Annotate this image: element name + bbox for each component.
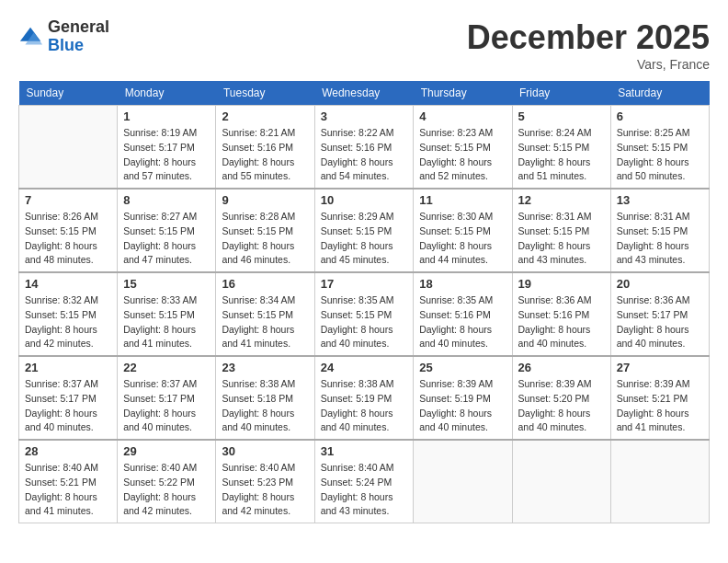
calendar-cell: 20Sunrise: 8:36 AM Sunset: 5:17 PM Dayli… (610, 272, 709, 356)
day-info: Sunrise: 8:25 AM Sunset: 5:15 PM Dayligh… (617, 126, 703, 184)
day-number: 10 (321, 193, 408, 207)
day-number: 17 (321, 277, 408, 291)
calendar-cell: 23Sunrise: 8:38 AM Sunset: 5:18 PM Dayli… (216, 356, 314, 440)
day-info: Sunrise: 8:22 AM Sunset: 5:16 PM Dayligh… (321, 126, 408, 184)
day-number: 1 (123, 109, 210, 123)
day-number: 11 (419, 193, 506, 207)
day-info: Sunrise: 8:37 AM Sunset: 5:17 PM Dayligh… (123, 377, 210, 435)
day-number: 18 (419, 277, 506, 291)
header-saturday: Saturday (610, 81, 709, 106)
day-info: Sunrise: 8:28 AM Sunset: 5:15 PM Dayligh… (222, 210, 308, 268)
calendar-cell: 27Sunrise: 8:39 AM Sunset: 5:21 PM Dayli… (610, 356, 709, 440)
day-number: 8 (123, 193, 210, 207)
calendar-cell (19, 106, 118, 190)
calendar-cell: 15Sunrise: 8:33 AM Sunset: 5:15 PM Dayli… (118, 272, 216, 356)
calendar-cell: 2Sunrise: 8:21 AM Sunset: 5:16 PM Daylig… (216, 106, 314, 190)
calendar-cell: 16Sunrise: 8:34 AM Sunset: 5:15 PM Dayli… (216, 272, 314, 356)
header-sunday: Sunday (19, 81, 118, 106)
day-number: 27 (617, 361, 703, 374)
day-info: Sunrise: 8:32 AM Sunset: 5:15 PM Dayligh… (25, 293, 111, 351)
day-info: Sunrise: 8:40 AM Sunset: 5:21 PM Dayligh… (25, 461, 111, 519)
day-number: 20 (617, 277, 703, 291)
logo-icon (18, 24, 44, 50)
day-info: Sunrise: 8:23 AM Sunset: 5:15 PM Dayligh… (419, 126, 506, 184)
day-number: 15 (123, 277, 210, 291)
day-info: Sunrise: 8:26 AM Sunset: 5:15 PM Dayligh… (25, 210, 111, 268)
day-number: 7 (25, 193, 111, 207)
day-number: 24 (321, 361, 408, 374)
day-number: 6 (617, 109, 703, 123)
header-tuesday: Tuesday (216, 81, 314, 106)
header-monday: Monday (118, 81, 216, 106)
day-number: 23 (222, 361, 308, 374)
calendar-cell: 22Sunrise: 8:37 AM Sunset: 5:17 PM Dayli… (118, 356, 216, 440)
day-number: 29 (123, 444, 210, 458)
day-number: 28 (25, 444, 111, 458)
header-wednesday: Wednesday (314, 81, 414, 106)
day-number: 26 (518, 361, 605, 374)
calendar-cell: 28Sunrise: 8:40 AM Sunset: 5:21 PM Dayli… (19, 440, 118, 523)
calendar-cell: 25Sunrise: 8:39 AM Sunset: 5:19 PM Dayli… (414, 356, 512, 440)
day-info: Sunrise: 8:36 AM Sunset: 5:17 PM Dayligh… (617, 293, 703, 351)
day-number: 14 (25, 277, 111, 291)
day-info: Sunrise: 8:29 AM Sunset: 5:15 PM Dayligh… (321, 210, 408, 268)
calendar-cell: 9Sunrise: 8:28 AM Sunset: 5:15 PM Daylig… (216, 189, 314, 272)
day-info: Sunrise: 8:30 AM Sunset: 5:15 PM Dayligh… (419, 210, 506, 268)
calendar-cell: 19Sunrise: 8:36 AM Sunset: 5:16 PM Dayli… (512, 272, 610, 356)
calendar-cell: 5Sunrise: 8:24 AM Sunset: 5:15 PM Daylig… (512, 106, 610, 190)
day-info: Sunrise: 8:38 AM Sunset: 5:19 PM Dayligh… (321, 377, 408, 435)
day-info: Sunrise: 8:40 AM Sunset: 5:22 PM Dayligh… (123, 461, 210, 519)
day-number: 30 (222, 444, 308, 458)
calendar-cell: 13Sunrise: 8:31 AM Sunset: 5:15 PM Dayli… (610, 189, 709, 272)
day-info: Sunrise: 8:39 AM Sunset: 5:20 PM Dayligh… (518, 377, 605, 435)
day-info: Sunrise: 8:39 AM Sunset: 5:21 PM Dayligh… (617, 377, 703, 435)
calendar-cell: 18Sunrise: 8:35 AM Sunset: 5:16 PM Dayli… (414, 272, 512, 356)
logo-blue-text: Blue (48, 36, 84, 54)
calendar-cell: 29Sunrise: 8:40 AM Sunset: 5:22 PM Dayli… (118, 440, 216, 523)
calendar-cell: 6Sunrise: 8:25 AM Sunset: 5:15 PM Daylig… (610, 106, 709, 190)
day-info: Sunrise: 8:34 AM Sunset: 5:15 PM Dayligh… (222, 293, 308, 351)
day-number: 19 (518, 277, 605, 291)
page-header: General Blue December 2025 Vars, France (18, 18, 710, 72)
day-number: 9 (222, 193, 308, 207)
day-info: Sunrise: 8:39 AM Sunset: 5:19 PM Dayligh… (419, 377, 506, 435)
calendar-week-row: 14Sunrise: 8:32 AM Sunset: 5:15 PM Dayli… (19, 272, 710, 356)
day-number: 2 (222, 109, 308, 123)
location: Vars, France (467, 57, 710, 72)
header-friday: Friday (512, 81, 610, 106)
day-number: 12 (518, 193, 605, 207)
day-info: Sunrise: 8:19 AM Sunset: 5:17 PM Dayligh… (123, 126, 210, 184)
day-info: Sunrise: 8:37 AM Sunset: 5:17 PM Dayligh… (25, 377, 111, 435)
calendar-cell: 21Sunrise: 8:37 AM Sunset: 5:17 PM Dayli… (19, 356, 118, 440)
day-info: Sunrise: 8:36 AM Sunset: 5:16 PM Dayligh… (518, 293, 605, 351)
day-number: 5 (518, 109, 605, 123)
calendar-cell: 1Sunrise: 8:19 AM Sunset: 5:17 PM Daylig… (118, 106, 216, 190)
calendar-cell: 10Sunrise: 8:29 AM Sunset: 5:15 PM Dayli… (314, 189, 414, 272)
calendar-cell: 4Sunrise: 8:23 AM Sunset: 5:15 PM Daylig… (414, 106, 512, 190)
calendar-cell: 8Sunrise: 8:27 AM Sunset: 5:15 PM Daylig… (118, 189, 216, 272)
day-info: Sunrise: 8:33 AM Sunset: 5:15 PM Dayligh… (123, 293, 210, 351)
day-number: 4 (419, 109, 506, 123)
logo: General Blue (18, 18, 109, 55)
calendar-cell: 12Sunrise: 8:31 AM Sunset: 5:15 PM Dayli… (512, 189, 610, 272)
month-title: December 2025 (467, 18, 710, 57)
day-info: Sunrise: 8:40 AM Sunset: 5:23 PM Dayligh… (222, 461, 308, 519)
calendar-cell: 11Sunrise: 8:30 AM Sunset: 5:15 PM Dayli… (414, 189, 512, 272)
title-block: December 2025 Vars, France (467, 18, 710, 72)
calendar-header-row: Sunday Monday Tuesday Wednesday Thursday… (19, 81, 710, 106)
day-number: 31 (321, 444, 408, 458)
calendar-cell: 17Sunrise: 8:35 AM Sunset: 5:15 PM Dayli… (314, 272, 414, 356)
calendar-cell: 30Sunrise: 8:40 AM Sunset: 5:23 PM Dayli… (216, 440, 314, 523)
calendar-cell (512, 440, 610, 523)
day-info: Sunrise: 8:24 AM Sunset: 5:15 PM Dayligh… (518, 126, 605, 184)
calendar-cell: 26Sunrise: 8:39 AM Sunset: 5:20 PM Dayli… (512, 356, 610, 440)
calendar-cell: 3Sunrise: 8:22 AM Sunset: 5:16 PM Daylig… (314, 106, 414, 190)
day-info: Sunrise: 8:40 AM Sunset: 5:24 PM Dayligh… (321, 461, 408, 519)
calendar-week-row: 28Sunrise: 8:40 AM Sunset: 5:21 PM Dayli… (19, 440, 710, 523)
calendar-week-row: 21Sunrise: 8:37 AM Sunset: 5:17 PM Dayli… (19, 356, 710, 440)
calendar-week-row: 7Sunrise: 8:26 AM Sunset: 5:15 PM Daylig… (19, 189, 710, 272)
day-number: 21 (25, 361, 111, 374)
day-number: 16 (222, 277, 308, 291)
calendar-cell (414, 440, 512, 523)
day-number: 22 (123, 361, 210, 374)
